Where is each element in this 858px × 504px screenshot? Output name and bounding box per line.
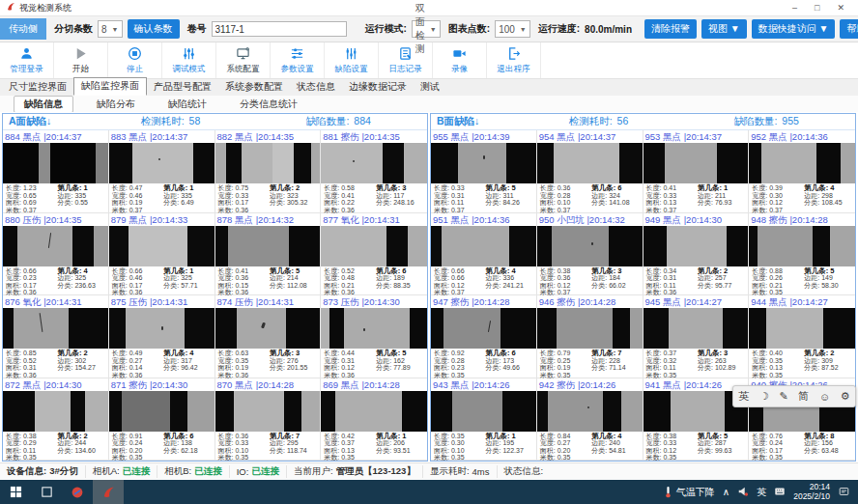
defect-cell[interactable]: 882 黑点 |20:14:35长度:0.75宽度:0.33面积:0.17米数:… xyxy=(215,130,322,213)
defect-cell[interactable]: 883 黑点 |20:14:37长度:0.47宽度:0.46面积:0.19米数:… xyxy=(109,130,215,213)
main-tab-2[interactable]: 产品型号配置 xyxy=(147,79,218,96)
defect-cell[interactable]: 879 黑点 |20:14:33长度:0.66宽度:0.46面积:0.17米数:… xyxy=(109,213,215,296)
active-app-icon[interactable] xyxy=(93,480,124,504)
defect-cell[interactable]: 943 黑点 |20:14:26长度:0.35宽度:0.30面积:0.10米数:… xyxy=(431,378,537,462)
view-menu-button[interactable]: 视图 ▼ xyxy=(701,19,747,39)
defect-cell[interactable]: 881 擦伤 |20:14:35长度:0.58宽度:0.41面积:0.22米数:… xyxy=(321,130,427,213)
defect-cell[interactable]: 949 黑点 |20:14:30长度:0.34宽度:0.31面积:0.11米数:… xyxy=(644,213,750,296)
toolbar-button-system-config[interactable]: 系统配置 xyxy=(216,42,271,78)
defect-cell[interactable]: 872 黑点 |20:14:30长度:0.38宽度:0.29面积:0.11米数:… xyxy=(3,378,109,462)
toolbar-button-camera[interactable]: 录像 xyxy=(433,42,487,78)
close-button[interactable]: ✕ xyxy=(837,3,844,13)
defect-cell[interactable]: 878 黑点 |20:14:32长度:0.41宽度:0.36面积:0.15米数:… xyxy=(215,213,322,296)
defect-cell[interactable]: 951 黑点 |20:14:36长度:0.66宽度:0.66面积:0.12米数:… xyxy=(431,213,537,296)
toolbar-button-exit[interactable]: 退出程序 xyxy=(487,42,541,78)
notification-center-icon[interactable] xyxy=(838,486,850,499)
transmission-side-button[interactable]: 传动侧 xyxy=(0,18,46,40)
ime-simplified[interactable]: 简 xyxy=(798,389,809,404)
sub-tab-3[interactable]: 分类信息统计 xyxy=(230,97,307,112)
split-count-select[interactable]: 8▼ xyxy=(98,20,123,38)
start-button[interactable] xyxy=(0,480,31,504)
defect-image[interactable] xyxy=(109,226,214,266)
defect-image[interactable] xyxy=(321,226,427,266)
defect-image[interactable] xyxy=(3,308,108,349)
defect-cell[interactable]: 869 黑点 |20:14:28长度:0.42宽度:0.37面积:0.13米数:… xyxy=(321,378,427,462)
defect-cell[interactable]: 944 黑点 |20:14:27长度:0.40宽度:0.35面积:0.13米数:… xyxy=(749,295,855,378)
defect-cell[interactable]: 877 氧化 |20:14:31长度:0.52宽度:0.48面积:0.21米数:… xyxy=(321,213,427,296)
defect-image[interactable] xyxy=(644,226,749,266)
data-access-menu-button[interactable]: 数据快捷访问 ▼ xyxy=(752,19,836,39)
taskbar-clock[interactable]: 20:14 2025/2/10 xyxy=(793,483,830,501)
defect-image[interactable] xyxy=(431,226,536,266)
defect-image[interactable] xyxy=(109,308,214,349)
panel-title[interactable]: B面缺陷↓ xyxy=(437,115,569,128)
weather-widget[interactable]: 气温下降 xyxy=(663,486,715,499)
ime-gear-icon[interactable]: ⚙ xyxy=(841,390,850,403)
sub-tab-2[interactable]: 缺陷统计 xyxy=(158,97,216,112)
defect-cell[interactable]: 871 擦伤 |20:14:30长度:0.91宽度:0.24面积:0.20米数:… xyxy=(109,378,215,462)
defect-image[interactable] xyxy=(215,308,321,349)
defect-image[interactable] xyxy=(749,226,855,266)
maximize-button[interactable]: □ xyxy=(815,3,819,13)
main-tab-3[interactable]: 系统参数配置 xyxy=(218,79,290,96)
roll-number-input[interactable] xyxy=(212,21,347,37)
defect-cell[interactable]: 947 擦伤 |20:14:28长度:0.92宽度:0.28面积:0.23米数:… xyxy=(431,295,537,378)
sub-tab-1[interactable]: 缺陷分布 xyxy=(87,97,145,112)
defect-image[interactable] xyxy=(215,391,321,432)
defect-image[interactable] xyxy=(431,391,536,432)
defect-image[interactable] xyxy=(3,143,108,183)
defect-cell[interactable]: 874 压伤 |20:14:31长度:0.63宽度:0.35面积:0.19米数:… xyxy=(215,295,322,378)
main-tab-5[interactable]: 边缘数据记录 xyxy=(342,79,414,96)
defect-image[interactable] xyxy=(321,143,427,183)
defect-cell[interactable]: 955 黑点 |20:14:39长度:0.33宽度:0.31面积:0.11米数:… xyxy=(431,130,537,213)
main-tab-4[interactable]: 状态信息 xyxy=(290,79,342,96)
panel-title[interactable]: A面缺陷↓ xyxy=(9,115,141,128)
main-tab-1[interactable]: 缺陷监控界面 xyxy=(73,77,147,96)
defect-image[interactable] xyxy=(321,391,427,432)
toolbar-button-defect-settings[interactable]: 缺陷设置 xyxy=(325,42,379,78)
confirm-count-button[interactable]: 确认条数 xyxy=(128,19,180,39)
clear-alarm-button[interactable]: 清除报警 xyxy=(644,19,697,39)
defect-cell[interactable]: 945 黑点 |20:14:27长度:0.37宽度:0.32面积:0.11米数:… xyxy=(644,295,750,378)
pinned-app-icon[interactable] xyxy=(62,480,93,504)
defect-image[interactable] xyxy=(215,226,321,266)
ime-smiley-icon[interactable]: ☺ xyxy=(819,391,830,403)
defect-cell[interactable]: 870 黑点 |20:14:28长度:0.36宽度:0.33面积:0.10米数:… xyxy=(215,378,322,462)
defect-image[interactable] xyxy=(537,226,643,266)
defect-cell[interactable]: 950 小凹坑 |20:14:32长度:0.38宽度:0.36面积:0.12米数… xyxy=(537,213,644,296)
defect-image[interactable] xyxy=(321,308,427,349)
task-view-button[interactable] xyxy=(31,480,62,504)
defect-cell[interactable]: 946 擦伤 |20:14:28长度:0.79宽度:0.25面积:0.19米数:… xyxy=(537,295,644,378)
ime-lang-en[interactable]: 英 xyxy=(738,389,749,404)
defect-cell[interactable]: 948 擦伤 |20:14:28长度:0.88宽度:0.26面积:0.21米数:… xyxy=(749,213,855,296)
defect-image[interactable] xyxy=(3,391,108,432)
tray-expand-button[interactable]: ∧ xyxy=(723,487,729,497)
defect-image[interactable] xyxy=(644,143,749,183)
language-indicator[interactable]: 英 xyxy=(757,486,766,499)
defect-cell[interactable]: 942 擦伤 |20:14:26长度:0.84宽度:0.27面积:0.20米数:… xyxy=(537,378,644,462)
defect-image[interactable] xyxy=(109,391,214,432)
defect-image[interactable] xyxy=(749,143,855,183)
defect-cell[interactable]: 953 黑点 |20:14:37长度:0.41宽度:0.33面积:0.13米数:… xyxy=(644,130,750,213)
defect-cell[interactable]: 954 黑点 |20:14:37长度:0.36宽度:0.28面积:0.10米数:… xyxy=(537,130,644,213)
main-tab-6[interactable]: 测试 xyxy=(414,79,446,96)
defect-image[interactable] xyxy=(644,308,749,349)
defect-cell[interactable]: 880 压伤 |20:14:35长度:0.66宽度:0.23面积:0.17米数:… xyxy=(3,213,109,296)
speaker-icon[interactable] xyxy=(737,486,749,499)
chart-points-select[interactable]: 100▼ xyxy=(495,20,530,38)
defect-image[interactable] xyxy=(537,308,643,349)
defect-image[interactable] xyxy=(537,143,643,183)
defect-cell[interactable]: 952 黑点 |20:14:36长度:0.39宽度:0.30面积:0.12米数:… xyxy=(749,130,855,213)
sub-tab-0[interactable]: 缺陷信息 xyxy=(14,96,73,113)
defect-cell[interactable]: 875 压伤 |20:14:31长度:0.49宽度:0.27面积:0.14米数:… xyxy=(109,295,215,378)
ime-tray-icon[interactable] xyxy=(774,486,786,499)
defect-image[interactable] xyxy=(537,391,643,432)
defect-image[interactable] xyxy=(109,143,214,183)
defect-cell[interactable]: 884 黑点 |20:14:37长度:1.23宽度:0.65面积:0.69米数:… xyxy=(3,130,109,213)
toolbar-button-stop[interactable]: 停止 xyxy=(108,42,162,78)
defect-image[interactable] xyxy=(215,143,321,183)
defect-image[interactable] xyxy=(749,308,855,349)
minimize-button[interactable]: – xyxy=(792,3,797,13)
defect-image[interactable] xyxy=(431,143,536,183)
toolbar-button-play[interactable]: 开始 xyxy=(54,42,108,78)
